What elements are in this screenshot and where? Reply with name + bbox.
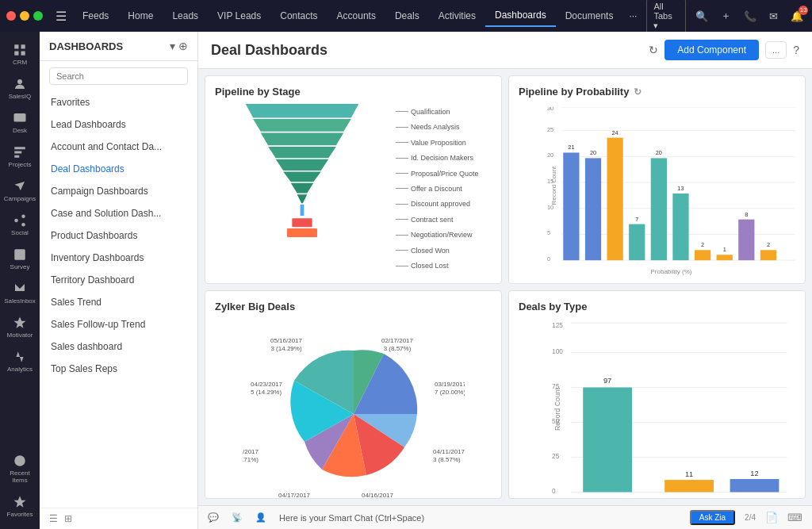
ratio-display: 2/4 xyxy=(745,513,756,522)
card-title-pipeline-stage: Pipeline by Stage xyxy=(215,86,492,98)
tab-accounts[interactable]: Accounts xyxy=(327,6,385,26)
help-icon[interactable]: ? xyxy=(793,44,799,56)
nav-item-favorites[interactable]: Favorites xyxy=(40,91,197,113)
nav-sidebar: DASHBOARDS ▾ ⊕ Favorites Lead Dashboards… xyxy=(40,32,198,529)
top-navigation: ☰ Feeds Home Leads VIP Leads Contacts Ac… xyxy=(0,0,812,32)
nav-item-campaign[interactable]: Campaign Dashboards xyxy=(40,180,197,202)
funnel-label-discount: Offer a Discount xyxy=(396,185,492,193)
sidebar-item-salesinbox[interactable]: SalesInbox xyxy=(0,277,40,309)
sidebar-item-social[interactable]: Social xyxy=(0,209,40,241)
svg-text:25: 25 xyxy=(552,451,559,459)
sidebar-item-salesiq[interactable]: SalesIQ xyxy=(0,72,40,105)
svg-text:0: 0 xyxy=(547,255,550,263)
maximize-button[interactable] xyxy=(33,11,43,21)
nav-item-top-reps[interactable]: Top Sales Reps xyxy=(40,358,197,380)
nav-search-container xyxy=(40,61,197,91)
sidebar-item-motivator[interactable]: Motivator xyxy=(0,311,40,343)
svg-text:20: 20 xyxy=(656,149,662,156)
tab-dashboards[interactable]: Dashboards xyxy=(485,5,556,27)
funnel-label-negotiation: Negotiation/Review xyxy=(396,231,492,239)
nav-dropdown-icon[interactable]: ▾ xyxy=(170,40,175,52)
nav-item-lead[interactable]: Lead Dashboards xyxy=(40,113,197,136)
svg-rect-52 xyxy=(717,255,733,260)
svg-text:Existing Business: Existing Business xyxy=(664,496,715,496)
svg-text:8: 8 xyxy=(745,210,748,217)
document-icon[interactable]: 📄 xyxy=(765,512,778,523)
nav-item-followup[interactable]: Sales Follow-up Trend xyxy=(40,313,197,335)
phone-icon[interactable]: 📞 xyxy=(741,7,760,25)
add-icon[interactable]: ＋ xyxy=(718,6,734,26)
dashboard-grid: Pipeline by Stage xyxy=(198,69,812,505)
all-tabs-button[interactable]: All Tabs ▾ xyxy=(646,0,686,34)
nav-item-product[interactable]: Product Dashboards xyxy=(40,224,197,247)
tab-home[interactable]: Home xyxy=(118,6,163,26)
svg-marker-12 xyxy=(14,496,26,508)
refresh-icon[interactable]: ↻ xyxy=(649,44,658,56)
nav-item-territory[interactable]: Territory Dashboard xyxy=(40,269,197,291)
svg-text:05/16/2017: 05/16/2017 xyxy=(270,337,302,344)
chat-icon[interactable]: 💬 xyxy=(208,512,219,523)
nav-add-icon[interactable]: ⊕ xyxy=(178,40,188,52)
grid-view-icon[interactable]: ⊞ xyxy=(64,513,72,524)
funnel-label-decision: Id. Decision Makers xyxy=(396,154,492,162)
prob-refresh-icon[interactable]: ↻ xyxy=(634,86,642,98)
tab-contacts[interactable]: Contacts xyxy=(270,6,327,26)
nav-item-inventory[interactable]: Inventory Dashboards xyxy=(40,247,197,269)
sidebar-item-crm[interactable]: CRM xyxy=(0,38,40,71)
svg-text:04/11/2017: 04/11/2017 xyxy=(433,448,465,455)
svg-text:97: 97 xyxy=(603,376,611,385)
ask-zia-button[interactable]: Ask Zia xyxy=(690,510,735,525)
nav-item-account[interactable]: Account and Contact Da... xyxy=(40,136,197,158)
deals-by-type-card: Deals by Type 0 25 50 75 100 125 xyxy=(508,290,806,499)
pipeline-by-probability-card: Pipeline by Probability ↻ 0 5 10 15 20 2… xyxy=(508,75,806,284)
sidebar-item-desk[interactable]: Desk xyxy=(0,106,40,139)
channel-icon[interactable]: 📡 xyxy=(232,512,243,523)
search-input[interactable] xyxy=(49,67,188,85)
tab-deals[interactable]: Deals xyxy=(385,6,429,26)
tab-vip-leads[interactable]: VIP Leads xyxy=(208,6,270,26)
mail-icon[interactable]: ✉ xyxy=(766,7,781,25)
svg-text:2 (5.71%): 2 (5.71%) xyxy=(243,456,259,463)
keyboard-icon[interactable]: ⌨ xyxy=(787,512,802,523)
svg-text:100: 100 xyxy=(552,347,563,355)
search-icon[interactable]: 🔍 xyxy=(692,7,711,25)
nav-tabs: Feeds Home Leads VIP Leads Contacts Acco… xyxy=(73,5,643,27)
sidebar-item-analytics[interactable]: Analytics xyxy=(0,345,40,378)
svg-marker-15 xyxy=(261,132,344,145)
deals-type-chart-svg: 0 25 50 75 100 125 xyxy=(550,322,795,496)
nav-right-actions: All Tabs ▾ 🔍 ＋ 📞 ✉ 🔔 13 ⚙ U xyxy=(646,0,812,34)
sidebar-item-favorites[interactable]: Favorites xyxy=(0,490,40,523)
nav-item-sales-dash[interactable]: Sales dashboard xyxy=(40,335,197,358)
nav-item-case[interactable]: Case and Solution Dash... xyxy=(40,202,197,224)
svg-text:125: 125 xyxy=(552,322,563,329)
contacts-icon[interactable]: 👤 xyxy=(255,512,266,523)
nav-item-sales-trend[interactable]: Sales Trend xyxy=(40,291,197,313)
sidebar-item-campaigns[interactable]: Campaigns xyxy=(0,174,40,207)
tab-feeds[interactable]: Feeds xyxy=(73,6,118,26)
sidebar-item-recent[interactable]: Recent Items xyxy=(0,449,40,489)
minimize-button[interactable] xyxy=(20,11,29,21)
card-title-pipeline-prob: Pipeline by Probability ↻ xyxy=(519,86,795,98)
nav-item-deal[interactable]: Deal Dashboards xyxy=(40,158,197,180)
funnel-label-contract: Contract sent xyxy=(396,216,492,224)
sidebar-item-projects[interactable]: Projects xyxy=(0,140,40,173)
more-options-button[interactable]: ... xyxy=(765,41,787,59)
svg-text:20: 20 xyxy=(590,149,596,156)
svg-rect-2 xyxy=(14,52,18,56)
tab-activities[interactable]: Activities xyxy=(429,6,485,26)
notifications-icon[interactable]: 🔔 13 xyxy=(787,7,806,25)
tab-leads[interactable]: Leads xyxy=(163,6,208,26)
svg-text:30: 30 xyxy=(547,107,553,112)
svg-rect-22 xyxy=(292,218,312,227)
sidebar-item-survey[interactable]: Survey xyxy=(0,243,40,275)
svg-point-7 xyxy=(14,219,18,223)
hamburger-icon[interactable]: ☰ xyxy=(52,6,70,27)
nav-more-tabs[interactable]: ··· xyxy=(622,7,643,25)
svg-text:3 (8.57%): 3 (8.57%) xyxy=(433,456,461,463)
svg-text:7: 7 xyxy=(635,215,638,222)
tab-documents[interactable]: Documents xyxy=(556,6,623,26)
add-component-button[interactable]: Add Component xyxy=(665,40,759,60)
svg-text:5: 5 xyxy=(547,229,550,236)
close-button[interactable] xyxy=(6,11,16,21)
list-view-icon[interactable]: ☰ xyxy=(49,513,58,524)
